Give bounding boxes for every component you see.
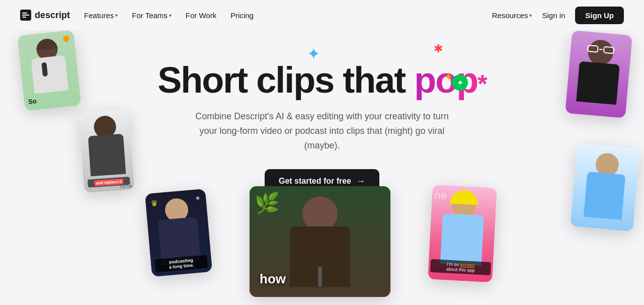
- sparkle-blue-icon: ✦: [307, 44, 320, 63]
- descript-logo-icon: [20, 10, 31, 21]
- excited-word: excited: [460, 262, 474, 268]
- nav-resources[interactable]: Resources ▾: [492, 11, 532, 20]
- features-chevron-icon: ▾: [115, 13, 118, 18]
- nav-left: descript Features ▾ For Teams ▾ For Work…: [20, 10, 254, 21]
- signup-button[interactable]: Sign Up: [575, 7, 624, 24]
- card-excited-caption: I'm so excitedabout this app: [430, 259, 491, 275]
- how-caption: how: [260, 271, 286, 287]
- crown-icon: ♛: [150, 198, 158, 208]
- background-text: ne: [434, 189, 447, 202]
- video-card-mid-left: and replace it TikTok: [79, 109, 135, 193]
- signin-button[interactable]: Sign in: [542, 11, 565, 20]
- navbar: descript Features ▾ For Teams ▾ For Work…: [0, 0, 644, 30]
- video-card-bot-3: ne I'm so excitedabout this app: [428, 185, 497, 282]
- tiktok-logo: TikTok: [119, 184, 132, 190]
- nav-features[interactable]: Features ▾: [84, 11, 118, 20]
- plant-icon: 🌿: [255, 191, 280, 215]
- logo[interactable]: descript: [20, 10, 70, 21]
- card-so-label: So: [28, 97, 37, 106]
- video-card-bot-right: [570, 143, 640, 232]
- hero-subtitle: Combine Descript's AI & easy editing wit…: [191, 109, 453, 152]
- nav-for-teams[interactable]: For Teams ▾: [132, 11, 172, 20]
- video-card-top-right: [565, 30, 632, 118]
- star-icon: ★: [195, 194, 201, 202]
- sparkle-green-icon: ✦: [452, 74, 468, 91]
- hero-title: Short clips that pop*: [157, 60, 486, 100]
- sparkle-red-icon: ✱: [434, 42, 443, 55]
- video-card-top-left: So: [17, 30, 81, 111]
- svg-rect-2: [22, 15, 29, 16]
- for-teams-chevron-icon: ▾: [169, 13, 172, 18]
- svg-rect-3: [22, 17, 26, 18]
- logo-text: descript: [35, 10, 70, 21]
- cta-arrow-icon: →: [356, 176, 365, 187]
- nav-pricing[interactable]: Pricing: [230, 11, 254, 20]
- resources-chevron-icon: ▾: [529, 13, 532, 18]
- cta-label: Get started for free: [279, 177, 351, 186]
- hero-asterisk: *: [477, 70, 486, 98]
- svg-rect-1: [22, 13, 27, 14]
- video-card-bot-1: ♛ ★ podcastinga long time.: [145, 189, 212, 277]
- nav-right: Resources ▾ Sign in Sign Up: [492, 7, 624, 24]
- video-card-bot-2: 🌿 how: [250, 186, 390, 297]
- nav-for-work[interactable]: For Work: [186, 11, 216, 20]
